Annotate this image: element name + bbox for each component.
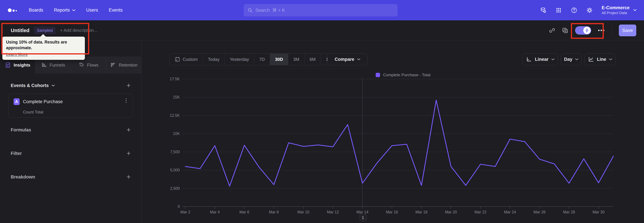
svg-text:2,500: 2,500 [170,186,180,191]
nav-item-events[interactable]: Events [109,8,123,13]
compare-button[interactable]: Compare [327,53,368,65]
svg-text:Mar 6: Mar 6 [240,210,250,214]
svg-text:Mar 30: Mar 30 [592,210,604,214]
nav-item-boards[interactable]: Boards [29,8,43,13]
events-cohorts-header-row: Events & Cohorts + [11,82,131,89]
retention-icon [110,62,116,68]
more-options-button[interactable]: ••• [598,28,605,33]
range-label: 30D [275,57,283,62]
project-selector[interactable]: E-Commerce All Project Data [602,5,636,15]
event-menu-button[interactable]: ⋮ [124,99,129,102]
help-icon[interactable] [571,7,578,14]
breakdown-label: Breakdown [11,174,35,180]
date-range-control: Custom Today Yesterday 7D 30D 3M 6M 12M [170,53,340,65]
tab-label: Insights [14,62,30,68]
svg-text:Mar 20: Mar 20 [445,210,457,214]
add-breakdown-button[interactable]: + [126,173,131,180]
tab-label: Retention [119,62,137,68]
apps-grid-icon[interactable] [555,7,562,14]
range-today[interactable]: Today [203,54,224,65]
tooltip-text: Using 10% of data. Results are approxima… [6,39,81,51]
project-name: E-Commerce [602,5,630,11]
section-label: Events & Cohorts [11,83,49,88]
chevron-down-icon [52,84,55,86]
chart-legend[interactable]: Complete Purchase - Total [376,73,430,77]
range-7d[interactable]: 7D [254,54,270,65]
svg-text:5,000: 5,000 [170,168,180,172]
flows-icon [78,62,84,68]
range-3m[interactable]: 3M [288,54,304,65]
funnels-icon [41,62,47,68]
tab-label: Funnels [50,62,65,68]
event-metric[interactable]: Count Total [23,110,43,115]
sampling-tooltip: Using 10% of data. Results are approxima… [2,37,85,60]
global-search[interactable] [244,4,398,17]
copy-link-icon[interactable] [549,27,555,34]
add-formula-button[interactable]: + [126,126,131,134]
data-management-icon[interactable] [540,7,546,14]
sampled-badge[interactable]: Sampled [34,27,56,34]
sampling-toggle[interactable] [575,26,591,35]
chevron-down-icon [609,58,612,60]
add-filter-button[interactable]: + [126,150,131,157]
range-6m[interactable]: 6M [304,54,321,65]
svg-text:15K: 15K [173,95,180,99]
range-30d[interactable]: 30D [270,54,288,65]
search-input[interactable] [256,8,394,13]
interval-dropdown[interactable]: Day [561,53,582,65]
svg-text:10K: 10K [173,131,180,136]
search-icon [247,8,253,13]
svg-text:Mar 24: Mar 24 [504,210,516,214]
chevron-down-icon [633,9,636,11]
svg-text:Mar 26: Mar 26 [534,210,546,214]
range-label: 6M [310,57,316,62]
svg-text:Mar 8: Mar 8 [269,210,279,214]
nav-item-reports[interactable]: Reports [54,8,76,13]
formulas-label: Formulas [11,127,31,133]
chevron-down-icon [551,58,554,60]
add-description-field[interactable]: + Add description... [60,28,97,33]
nav-item-users[interactable]: Users [86,8,98,13]
svg-text:Mar 16: Mar 16 [386,210,398,214]
save-button[interactable]: Save [619,25,636,36]
add-event-button[interactable]: + [126,82,131,89]
svg-text:Mar 14: Mar 14 [356,210,368,214]
svg-text:Mar 2: Mar 2 [180,210,190,214]
range-label: Today [208,57,220,62]
filter-row: Filter + [11,150,131,157]
compare-label: Compare [334,57,354,62]
tab-label: Flows [87,62,98,68]
range-label: 3M [293,57,299,62]
line-chart-icon [588,56,594,62]
insights-report-page: Boards Reports Users Events [0,0,644,223]
learn-more-link[interactable]: Learn More [6,52,28,57]
toggle-knob [583,27,591,34]
range-label: 7D [259,57,265,62]
range-yesterday[interactable]: Yesterday [224,54,254,65]
event-card[interactable]: A Complete Purchase ⋮ Count Total [8,94,133,118]
range-label: Yesterday [230,57,249,62]
range-custom[interactable]: Custom [170,54,203,65]
report-title[interactable]: Untitled [11,28,30,33]
legend-swatch [376,73,380,77]
add-to-board-icon[interactable] [562,27,568,34]
events-cohorts-header[interactable]: Events & Cohorts [11,83,55,88]
chart-type-label: Line [597,57,606,62]
tab-retention[interactable]: Retention [106,57,142,73]
svg-text:0: 0 [178,204,180,209]
svg-text:12.5K: 12.5K [170,113,180,118]
page-number-button[interactable]: 1 [359,214,366,221]
chart-type-dropdown[interactable]: Line [584,53,616,65]
linear-axis-icon [526,56,532,62]
mixpanel-logo-icon[interactable] [8,7,18,14]
scale-dropdown[interactable]: Linear [522,53,558,65]
project-scope: All Project Data [602,11,630,15]
tooltip-arrow [40,34,46,37]
legend-label: Complete Purchase - Total [383,73,430,77]
settings-gear-icon[interactable] [586,7,593,14]
insights-chart-icon [5,62,11,68]
breakdown-row: Breakdown + [11,173,131,180]
event-name: Complete Purchase [23,99,63,104]
nav-item-label: Users [86,8,98,13]
filter-label: Filter [11,151,22,156]
